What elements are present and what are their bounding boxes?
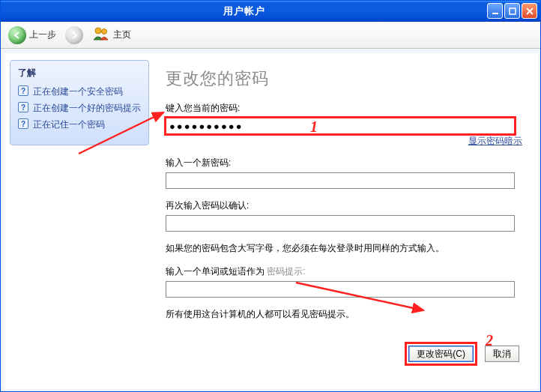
help-item[interactable]: ? 正在创建一个安全密码 bbox=[18, 85, 141, 97]
svg-point-4 bbox=[95, 28, 101, 34]
help-panel: 了解 ? 正在创建一个安全密码 ? 正在创建一个好的密码提示 ? 正在记住一个密… bbox=[10, 60, 149, 145]
help-item[interactable]: ? 正在创建一个好的密码提示 bbox=[18, 102, 141, 114]
current-password-input[interactable] bbox=[166, 118, 515, 134]
help-icon: ? bbox=[18, 102, 28, 112]
help-icon: ? bbox=[18, 85, 28, 96]
cancel-button[interactable]: 取消 bbox=[485, 346, 519, 362]
new-password-input[interactable] bbox=[166, 172, 515, 189]
forward-arrow-icon bbox=[65, 26, 83, 44]
svg-rect-1 bbox=[510, 8, 516, 14]
toolbar: 上一步 主页 bbox=[1, 22, 540, 49]
home-button[interactable]: 主页 bbox=[89, 25, 134, 45]
body-area: 了解 ? 正在创建一个安全密码 ? 正在创建一个好的密码提示 ? 正在记住一个密… bbox=[1, 49, 540, 391]
minimize-button[interactable] bbox=[487, 3, 503, 19]
svg-rect-0 bbox=[492, 13, 498, 14]
page-heading: 更改您的密码 bbox=[166, 67, 521, 90]
help-link[interactable]: 正在创建一个安全密码 bbox=[33, 85, 123, 97]
caps-note: 如果您的密码包含大写字母，您必须在每次登录时用同样的方式输入。 bbox=[166, 242, 521, 255]
home-label: 主页 bbox=[113, 28, 131, 41]
confirm-password-label: 再次输入密码以确认: bbox=[166, 199, 521, 212]
help-heading: 了解 bbox=[18, 67, 141, 79]
close-button[interactable] bbox=[522, 3, 537, 19]
window-frame: 用户帐户 上一步 bbox=[0, 0, 541, 392]
people-icon bbox=[92, 26, 110, 43]
main-content: 更改您的密码 键入您当前的密码: 显示密码暗示 输入一个新密码: 再次输入密码以… bbox=[155, 54, 537, 388]
forward-button[interactable] bbox=[62, 25, 86, 46]
svg-point-5 bbox=[102, 29, 107, 34]
help-icon: ? bbox=[18, 118, 28, 129]
maximize-button[interactable] bbox=[504, 3, 520, 19]
new-password-label: 输入一个新密码: bbox=[166, 157, 521, 169]
help-link[interactable]: 正在创建一个好的密码提示 bbox=[33, 102, 141, 114]
window-title: 用户帐户 bbox=[1, 4, 487, 18]
back-arrow-icon bbox=[8, 26, 26, 44]
submit-highlight: 更改密码(C) bbox=[405, 342, 477, 366]
title-bar: 用户帐户 bbox=[1, 1, 540, 22]
change-password-button[interactable]: 更改密码(C) bbox=[408, 346, 474, 362]
password-hint-input[interactable] bbox=[166, 281, 515, 298]
back-label: 上一步 bbox=[29, 28, 56, 41]
show-hint-link[interactable]: 显示密码暗示 bbox=[468, 135, 522, 148]
hint-label: 输入一个单词或短语作为 密码提示: bbox=[166, 265, 521, 278]
current-password-label: 键入您当前的密码: bbox=[166, 102, 521, 115]
confirm-password-input[interactable] bbox=[166, 215, 515, 232]
back-button[interactable]: 上一步 bbox=[5, 25, 59, 46]
sidebar: 了解 ? 正在创建一个安全密码 ? 正在创建一个好的密码提示 ? 正在记住一个密… bbox=[4, 54, 155, 388]
help-item[interactable]: ? 正在记住一个密码 bbox=[18, 118, 141, 130]
visibility-note: 所有使用这台计算机的人都可以看见密码提示。 bbox=[166, 308, 521, 321]
help-link[interactable]: 正在记住一个密码 bbox=[33, 118, 105, 130]
